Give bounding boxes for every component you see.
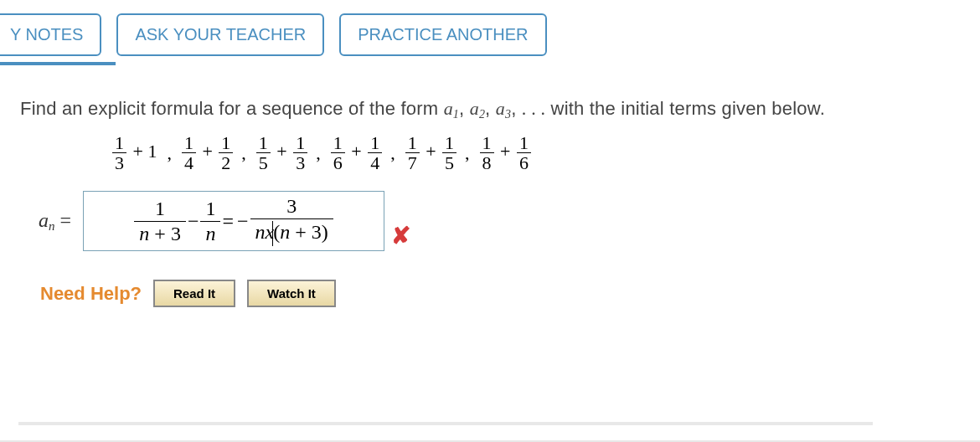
term-3: 15 + 13	[256, 133, 307, 172]
frac-1-over-nplus3: 1 n + 3	[134, 197, 186, 246]
neg-sign: −	[235, 210, 250, 233]
sep-4: ,	[390, 142, 397, 164]
initial-terms: 13 + 1 , 14 + 12 , 15 + 13 , 16 + 14 , 1…	[112, 133, 955, 172]
top-action-bar: Y NOTES ASK YOUR TEACHER PRACTICE ANOTHE…	[0, 0, 980, 56]
formula-input[interactable]: 1 n + 3 − 1 n = − 3 nx(n + 3)	[83, 191, 384, 251]
minus-1: −	[186, 210, 201, 233]
an-label: an =	[39, 209, 71, 234]
prompt-suffix: with the initial terms given below.	[551, 98, 825, 119]
question-prompt: Find an explicit formula for a sequence …	[20, 98, 955, 121]
sep-5: ,	[465, 142, 472, 164]
a1-symbol: a1	[444, 98, 459, 119]
term-4: 16 + 14	[331, 133, 382, 172]
prompt-prefix: Find an explicit formula for a sequence …	[20, 98, 444, 119]
practice-another-button[interactable]: PRACTICE ANOTHER	[339, 13, 546, 56]
frac-1-over-n: 1 n	[200, 197, 220, 246]
answer-row: an = 1 n + 3 − 1 n = − 3	[39, 191, 955, 251]
term-6: 18 + 16	[480, 133, 531, 172]
sep-3: ,	[316, 142, 322, 164]
comma2: ,	[485, 98, 496, 119]
sep-1: ,	[167, 142, 173, 164]
a2-symbol: a2	[470, 98, 485, 119]
comma1: ,	[459, 98, 470, 119]
dots: . . .	[522, 98, 546, 119]
question-content: Find an explicit formula for a sequence …	[0, 56, 980, 307]
equals-inner: =	[220, 210, 235, 233]
comma3: ,	[511, 98, 522, 119]
need-help-label: Need Help?	[40, 283, 142, 305]
my-notes-button[interactable]: Y NOTES	[0, 13, 101, 56]
term-5: 17 + 15	[405, 133, 456, 172]
need-help-row: Need Help? Read It Watch It	[40, 280, 955, 307]
question-panel: Y NOTES ASK YOUR TEACHER PRACTICE ANOTHE…	[0, 0, 980, 442]
ask-teacher-button[interactable]: ASK YOUR TEACHER	[116, 13, 324, 56]
incorrect-icon: ✘	[391, 222, 410, 249]
watch-it-button[interactable]: Watch It	[247, 280, 336, 307]
sep-2: ,	[241, 142, 248, 164]
term-1: 13 + 1	[112, 133, 158, 172]
a3-symbol: a3	[496, 98, 511, 119]
read-it-button[interactable]: Read It	[153, 280, 235, 307]
term-2: 14 + 12	[182, 133, 233, 172]
active-tab-underline	[0, 62, 116, 65]
frac-result: 3 nx(n + 3)	[250, 194, 333, 248]
footer-rule	[18, 422, 873, 425]
